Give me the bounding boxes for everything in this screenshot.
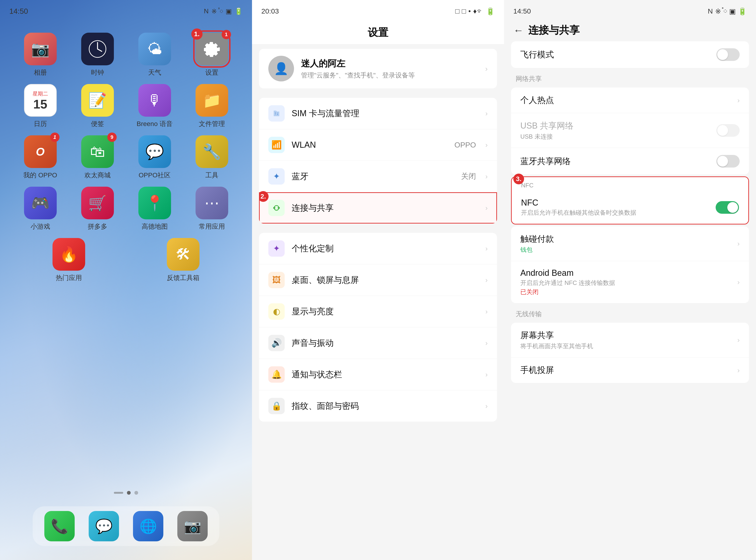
app-grid-row4: 🎮 小游戏 🛒 拼多多 📍 高德地图 ⋯ 常用应用: [0, 180, 252, 231]
bt-value: 关闭: [461, 171, 476, 182]
desktop-text: 桌面、锁屏与息屏: [292, 274, 478, 286]
back-button[interactable]: ←: [513, 24, 523, 36]
personalize-icon: ✦: [268, 240, 285, 257]
clock-label: 时钟: [91, 68, 104, 77]
app-clock[interactable]: 时钟: [71, 33, 124, 77]
hot-icon: 🔥: [53, 238, 85, 271]
connection-icon: [268, 200, 285, 216]
pdd-icon: 🛒: [81, 187, 114, 219]
svg-line-2: [98, 49, 102, 51]
cast-label: 手机投屏: [520, 364, 737, 376]
item-screen-share[interactable]: 屏幕共享 将手机画面共享至其他手机 ›: [511, 323, 749, 358]
item-bt-sharing[interactable]: 蓝牙共享网络: [511, 148, 749, 175]
user-avatar: 👤: [268, 56, 294, 81]
app-calendar[interactable]: 星期二 15 日历: [14, 84, 66, 128]
network-sharing-label: 网络共享: [504, 70, 756, 86]
settings-badge: 1: [222, 30, 231, 39]
step1-label: 1.: [191, 28, 202, 40]
app-grid-row2: 星期二 15 日历 📝 便签 🎙 Breeno 语音 📁 文件管理: [0, 77, 252, 128]
airplane-toggle[interactable]: [716, 48, 740, 61]
app-weather[interactable]: 🌤 天气: [128, 33, 181, 77]
dock-camera[interactable]: 📷: [177, 511, 208, 541]
mall-icon: 🛍 9: [81, 135, 114, 168]
notifications-icon: 🔔: [268, 366, 285, 383]
android-beam-label: Android Beam: [520, 268, 737, 278]
display-text: 显示与亮度: [292, 306, 478, 317]
more-label: 常用应用: [199, 222, 225, 231]
nfc-section-box: NFC NFC 开启后允许手机在触碰其他设备时交换数据: [511, 176, 749, 224]
app-gaode[interactable]: 📍 高德地图: [128, 187, 181, 231]
dock-messages[interactable]: 💬: [89, 511, 119, 541]
settings-label: 设置: [205, 68, 218, 77]
step3-indicator: 3.: [513, 174, 524, 184]
app-grid-bottom: 🔥 热门应用 🛠 反馈工具箱: [0, 231, 252, 282]
mall-label: 欢太商城: [84, 171, 111, 180]
settings-item-desktop[interactable]: 🖼 桌面、锁屏与息屏 ›: [259, 264, 497, 296]
settings-item-sim[interactable]: ↑↓ SIM 卡与流量管理 ›: [259, 98, 497, 129]
hot-label: 热门应用: [56, 274, 82, 282]
app-pdd[interactable]: 🛒 拼多多: [71, 187, 124, 231]
app-community[interactable]: 💬 OPPO社区: [128, 135, 181, 180]
settings-item-sound[interactable]: 🔊 声音与振动 ›: [259, 327, 497, 359]
app-breeno[interactable]: 🎙 Breeno 语音: [128, 84, 181, 128]
settings-item-display[interactable]: ◐ 显示与亮度 ›: [259, 296, 497, 327]
sound-chevron: ›: [485, 339, 488, 347]
item-airplane[interactable]: 飞行模式: [511, 41, 749, 68]
settings-item-wlan[interactable]: 📶 WLAN OPPO ›: [259, 129, 497, 161]
app-hot[interactable]: 🔥 热门应用: [14, 238, 124, 282]
myoppo-label: 我的 OPPO: [23, 171, 57, 180]
settings-page-title: 设置: [252, 19, 504, 44]
dock-browser[interactable]: 🌐: [133, 511, 163, 541]
cast-chevron: ›: [737, 366, 740, 374]
tap-pay-label: 触碰付款: [520, 233, 737, 245]
settings-item-bluetooth[interactable]: ✦ 蓝牙 关闭 ›: [259, 161, 497, 192]
app-grid-row1: 📷 相册 时钟 🌤 天气: [0, 19, 252, 77]
app-games[interactable]: 🎮 小游戏: [14, 187, 66, 231]
status-bar-settings: 20:03 □ □ • ♦ᯤ 🔋: [252, 0, 504, 19]
app-notes[interactable]: 📝 便签: [71, 84, 124, 128]
settings-item-notifications[interactable]: 🔔 通知与状态栏 ›: [259, 359, 497, 391]
app-mall[interactable]: 🛍 9 欢太商城: [71, 135, 124, 180]
app-feedback[interactable]: 🛠 反馈工具箱: [128, 238, 238, 282]
games-label: 小游戏: [31, 222, 50, 231]
item-hotspot[interactable]: 个人热点 ›: [511, 87, 749, 113]
bt-label: 蓝牙: [292, 171, 454, 182]
item-android-beam[interactable]: Android Beam 开启后允许通过 NFC 连接传输数据 已关闭 ›: [511, 261, 749, 303]
section-nfc-sub: 触碰付款 钱包 › Android Beam 开启后允许通过 NFC 连接传输数…: [511, 226, 749, 303]
airplane-label: 飞行模式: [520, 49, 716, 60]
settings-item-security[interactable]: 🔒 指纹、面部与密码 ›: [259, 391, 497, 422]
sim-chevron: ›: [485, 109, 488, 117]
item-tap-pay[interactable]: 触碰付款 钱包 ›: [511, 226, 749, 261]
dock-phone[interactable]: 📞: [44, 511, 75, 541]
app-files[interactable]: 📁 文件管理: [185, 84, 238, 128]
cast-text: 手机投屏: [520, 364, 737, 376]
personalize-label: 个性化定制: [292, 243, 478, 254]
nfc-toggle[interactable]: [716, 201, 739, 214]
settings-item-connection[interactable]: 2. 连接与共享 ›: [259, 192, 497, 223]
home-status-icons: N ※ ᯦ ▣ 🔋: [204, 7, 243, 15]
desktop-icon: 🖼: [268, 272, 285, 288]
bt-sharing-toggle[interactable]: [716, 155, 740, 167]
app-more[interactable]: ⋯ 常用应用: [185, 187, 238, 231]
files-icon: 📁: [196, 84, 228, 117]
calendar-label: 日历: [34, 119, 47, 128]
conn-header: ← 连接与共享: [504, 19, 756, 39]
tap-pay-text: 触碰付款 钱包: [520, 233, 737, 254]
item-nfc[interactable]: NFC 开启后允许手机在触碰其他设备时交换数据: [512, 191, 748, 224]
app-myoppo[interactable]: O 1 我的 OPPO: [14, 135, 66, 180]
tools-icon: 🔧: [196, 135, 228, 168]
wlan-label: WLAN: [292, 140, 447, 150]
hotspot-chevron: ›: [737, 96, 740, 104]
nfc-sub: 开启后允许手机在触碰其他设备时交换数据: [521, 208, 716, 217]
home-time: 14:50: [9, 7, 28, 16]
user-profile[interactable]: 👤 迷人的阿左 管理"云服务"、"查找手机"、登录设备等 ›: [259, 49, 497, 88]
app-camera[interactable]: 📷 相册: [14, 33, 66, 77]
app-settings[interactable]: 1 1. 设置: [185, 33, 238, 77]
sim-label: SIM 卡与流量管理: [292, 108, 478, 119]
settings-item-personalize[interactable]: ✦ 个性化定制 ›: [259, 233, 497, 264]
item-cast[interactable]: 手机投屏 ›: [511, 358, 749, 383]
user-info: 迷人的阿左 管理"云服务"、"查找手机"、登录设备等: [301, 58, 415, 80]
app-tools[interactable]: 🔧 工具: [185, 135, 238, 180]
camera-icon: 📷: [24, 33, 57, 65]
android-beam-chevron: ›: [737, 278, 740, 286]
